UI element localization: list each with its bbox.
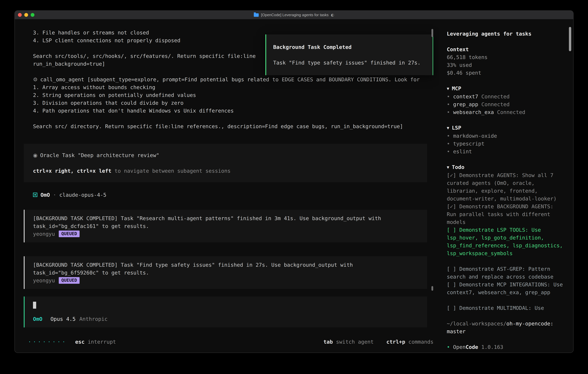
status-right: tabswitch agentctrl+pcommands xyxy=(323,338,433,346)
bullet-icon: • xyxy=(447,109,450,115)
mcp-section-header[interactable]: ▼MCP xyxy=(447,84,563,93)
agent-separator: · xyxy=(50,192,59,198)
bullet-icon: • xyxy=(447,141,450,147)
zoom-button[interactable] xyxy=(31,13,34,17)
spinner-dots-icon: ········ xyxy=(28,339,67,345)
commands-key-label: commands xyxy=(409,339,433,345)
tab-key-label: switch agent xyxy=(336,339,374,345)
background-task-toast[interactable]: Background Task Completed Task "Find typ… xyxy=(265,34,433,75)
bullet-icon: • xyxy=(447,94,450,100)
window-title-text: [OpenCode] Leveraging agents for tasks xyxy=(261,13,329,17)
collapse-arrow-icon: ▼ xyxy=(447,125,449,130)
tab-key-hint: tab xyxy=(323,339,333,345)
subagent-nav-hint: ctrl+x right, ctrl+x left to navigate be… xyxy=(33,167,418,175)
agent-model: claude-opus-4-5 xyxy=(59,192,106,198)
todo-text: Demonstrate AST-GREP: Pattern search and… xyxy=(447,266,553,280)
blank-line xyxy=(33,114,427,122)
context-section-header: Context xyxy=(447,45,563,53)
blank-line xyxy=(33,130,427,138)
todo-item-active: [ ] Demonstrate LSP TOOLS: Use lsp_hover… xyxy=(447,226,563,257)
prompt-input[interactable]: OmOOpus 4.5Anthropic xyxy=(24,296,427,327)
todo-text: Demonstrate BACKGROUND AGENTS: Run paral… xyxy=(447,203,556,225)
desktop: [OpenCode] Leveraging agents for tasks◐ … xyxy=(0,0,588,374)
context-spent: $0.46 spent xyxy=(447,69,563,77)
traffic-lights xyxy=(15,13,34,17)
lsp-item: •markdown-oxide xyxy=(447,132,563,140)
mcp-item: •grep_appConnected xyxy=(447,100,563,108)
collapse-arrow-icon: ▼ xyxy=(447,165,449,169)
prompt-text-line xyxy=(33,301,418,310)
tool-call-text: call_omo_agent [subagent_type=explore, p… xyxy=(40,76,420,83)
message-background-task-1: [BACKGROUND TASK COMPLETED] Task "Resear… xyxy=(24,210,427,242)
window-content: 3. File handles or streams not closed 4.… xyxy=(15,19,573,353)
agent-name: OmO xyxy=(41,192,50,198)
tool-call-item: 4. Path operations that don't handle Win… xyxy=(33,107,427,114)
mcp-item: •context7Connected xyxy=(447,93,563,100)
message-author: yeongyu xyxy=(33,277,55,284)
oracle-task-panel: ◉Oracle Task "Deep architecture review" … xyxy=(24,144,427,182)
conversation-scroll[interactable]: 3. File handles or streams not closed 4.… xyxy=(15,19,439,296)
oracle-task-title: Oracle Task "Deep architecture review" xyxy=(40,152,159,158)
tool-call-footer: Search src/ directory. Return specific f… xyxy=(33,122,427,130)
context-tokens: 66,518 tokens xyxy=(447,53,563,61)
todo-text: Demonstrate MULTIMODAL: Use xyxy=(456,305,544,311)
app-version-number: 1.0.163 xyxy=(478,344,503,350)
todo-item: [✓] Demonstrate AGENTS: Show all 7 curat… xyxy=(447,171,563,202)
bullet-icon: • xyxy=(447,148,450,155)
app-version: • OpenCode 1.0.163 xyxy=(447,343,563,351)
oracle-task-icon: ◉ xyxy=(33,152,37,158)
message-background-task-2: [BACKGROUND TASK COMPLETED] Task "Find t… xyxy=(24,256,427,289)
todo-text: Demonstrate AGENTS: Show all 7 curated a… xyxy=(447,172,556,202)
todo-text: Demonstrate LSP TOOLS: Use lsp_hover, ls… xyxy=(447,227,566,256)
mcp-status: Connected xyxy=(497,109,525,115)
message-text: [BACKGROUND TASK COMPLETED] Task "Resear… xyxy=(33,214,418,222)
main-scrollbar-thumb-top[interactable] xyxy=(431,29,433,37)
close-button[interactable] xyxy=(18,13,22,17)
model-info-line: OmOOpus 4.5Anthropic xyxy=(33,315,418,323)
lsp-name: typescript xyxy=(453,141,484,147)
tool-call-item: 2. String operations on potentially unde… xyxy=(33,91,427,99)
todo-checkbox: [✓] xyxy=(447,203,456,209)
mcp-item: •websearch_exaConnected xyxy=(447,108,563,116)
chat-pane: 3. File handles or streams not closed 4.… xyxy=(15,19,439,353)
todo-checkbox: [✓] xyxy=(447,172,456,178)
todo-section-header[interactable]: ▼Todo xyxy=(447,163,563,171)
lsp-section-header[interactable]: ▼LSP xyxy=(447,124,563,132)
agent-header: OmO · claude-opus-4-5 xyxy=(33,191,427,199)
mcp-name: context7 xyxy=(453,94,478,100)
folder-icon xyxy=(254,13,259,17)
terminal-window: [OpenCode] Leveraging agents for tasks◐ … xyxy=(14,10,574,353)
agent-icon xyxy=(33,193,37,197)
workspace-path: ~/local-workspaces/oh-my-opencode: maste… xyxy=(447,320,563,335)
toast-title: Background Task Completed xyxy=(273,43,425,51)
oracle-task-title-line: ◉Oracle Task "Deep architecture review" xyxy=(33,151,418,159)
mcp-name: websearch_exa xyxy=(453,109,494,115)
hint-keys: ctrl+x right, ctrl+x left xyxy=(33,168,111,174)
workspace-repo: oh-my-opencode: xyxy=(506,321,553,327)
status-bar: ········escinterrupt tabswitch agentctrl… xyxy=(28,338,433,346)
context-used: 33% used xyxy=(447,61,563,69)
todo-checkbox: [ ] xyxy=(447,266,456,272)
message-text: task_id="bg_6f59260c" to get results. xyxy=(33,269,418,277)
bullet-icon: • xyxy=(447,133,450,139)
collapse-arrow-icon: ▼ xyxy=(447,86,449,91)
titlebar[interactable]: [OpenCode] Leveraging agents for tasks◐ xyxy=(15,11,573,19)
esc-key-hint: esc xyxy=(75,339,84,345)
status-left: ········escinterrupt xyxy=(28,338,116,346)
todo-item: [ ] Demonstrate MULTIMODAL: Use xyxy=(447,304,563,312)
message-author: yeongyu xyxy=(33,230,55,238)
sidebar-scrollbar-thumb[interactable] xyxy=(569,27,571,51)
main-scrollbar-thumb-bottom[interactable] xyxy=(431,286,433,291)
tool-call-line: ⚙call_omo_agent [subagent_type=explore, … xyxy=(33,75,427,83)
todo-text: Demonstrate MCP INTEGRATIONS: Use contex… xyxy=(447,281,566,295)
toast-body: Task "Find type safety issues" finished … xyxy=(273,59,425,67)
lsp-section-label: LSP xyxy=(452,125,461,131)
minimize-button[interactable] xyxy=(24,13,28,17)
window-title: [OpenCode] Leveraging agents for tasks◐ xyxy=(15,11,573,19)
todo-checkbox: [ ] xyxy=(447,227,456,233)
message-meta: yeongyuQUEUED xyxy=(33,277,418,284)
app-name-prefix: Open xyxy=(450,344,466,350)
text-cursor xyxy=(33,302,36,309)
todo-checkbox: [ ] xyxy=(447,305,456,311)
lsp-item: •eslint xyxy=(447,147,563,155)
